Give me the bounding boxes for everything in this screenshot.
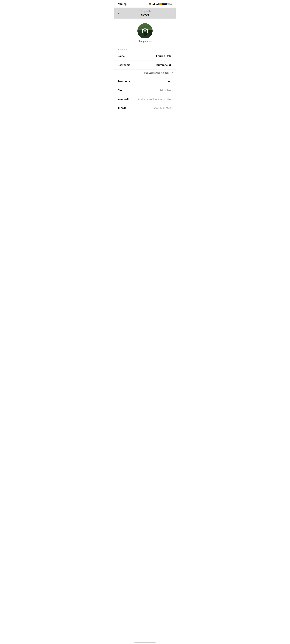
name-row[interactable]: Name Lauren Deli › <box>114 52 176 61</box>
status-icons: 🔕 📶 90% <box>148 3 172 5</box>
pronouns-value: her <box>166 80 171 83</box>
nonprofit-label: Nonprofit <box>118 98 130 101</box>
tiktok-url-row[interactable]: tiktok.com/@lauren.deli3 ⧉ <box>114 70 176 77</box>
name-value-container: Lauren Deli › <box>156 54 172 58</box>
nonprofit-chevron: › <box>172 98 172 101</box>
about-you-section: About you Name Lauren Deli › Username la… <box>114 46 176 113</box>
time-display: 7:43 <box>118 3 122 6</box>
battery-icon <box>162 3 166 5</box>
bottom-spacer <box>114 113 176 126</box>
name-chevron: › <box>172 55 172 58</box>
status-time: 7:43 🎥 <box>118 3 126 6</box>
username-value-container: lauren.deli3 › <box>156 64 172 67</box>
pronouns-chevron: › <box>172 80 172 83</box>
status-bar: 7:43 🎥 🔕 📶 90% <box>114 0 176 8</box>
bio-label: Bio <box>118 89 122 92</box>
signal-bars-2 <box>156 3 158 5</box>
username-chevron: › <box>172 64 172 66</box>
nonprofit-row[interactable]: Nonprofit Add nonprofit to your profile … <box>114 95 176 104</box>
change-photo-label[interactable]: Change photo <box>138 40 152 42</box>
username-value: lauren.deli3 <box>156 64 171 67</box>
pronouns-row[interactable]: Pronouns her › <box>114 77 176 86</box>
pronouns-value-container: her › <box>166 80 172 83</box>
header-edit-title: Edit profile <box>139 10 151 13</box>
name-value: Lauren Deli <box>156 54 171 58</box>
camera-status-icon: 🎥 <box>124 3 126 6</box>
bio-value: Add a bio <box>160 89 171 92</box>
photo-section: Change photo <box>114 18 176 46</box>
bio-value-container: Add a bio › <box>160 89 172 92</box>
back-button[interactable] <box>118 11 119 15</box>
username-row[interactable]: Username lauren.deli3 › <box>114 61 176 70</box>
section-label-about-you: About you <box>114 46 176 52</box>
battery-container: 90% <box>162 3 172 5</box>
header: Edit profile Saved <box>114 8 176 18</box>
battery-percent: 90% <box>167 3 171 5</box>
ai-self-chevron: › <box>172 107 172 110</box>
camera-icon <box>142 28 148 34</box>
camera-overlay <box>138 23 152 38</box>
svg-point-0 <box>144 30 146 32</box>
name-label: Name <box>118 54 125 58</box>
copy-icon[interactable]: ⧉ <box>171 71 172 74</box>
nonprofit-value-container: Add nonprofit to your profile › <box>138 98 172 101</box>
wifi-icon: 📶 <box>159 3 162 5</box>
bio-chevron: › <box>172 89 172 92</box>
username-label: Username <box>118 64 130 67</box>
ai-self-value-container: Create AI Self › <box>154 107 172 110</box>
green-dot <box>171 4 172 5</box>
tiktok-url: tiktok.com/@lauren.deli3 <box>144 72 170 74</box>
mute-icon: 🔕 <box>148 3 151 5</box>
bio-row[interactable]: Bio Add a bio › <box>114 86 176 95</box>
pronouns-label: Pronouns <box>118 80 130 83</box>
ai-self-value: Create AI Self <box>154 107 171 110</box>
nonprofit-value: Add nonprofit to your profile <box>138 98 171 101</box>
avatar[interactable] <box>138 23 152 38</box>
signal-bars-1 <box>152 3 154 5</box>
ai-self-label: AI Self <box>118 107 126 110</box>
ai-self-row[interactable]: AI Self Create AI Self › <box>114 104 176 113</box>
header-saved-label: Saved <box>141 13 149 16</box>
